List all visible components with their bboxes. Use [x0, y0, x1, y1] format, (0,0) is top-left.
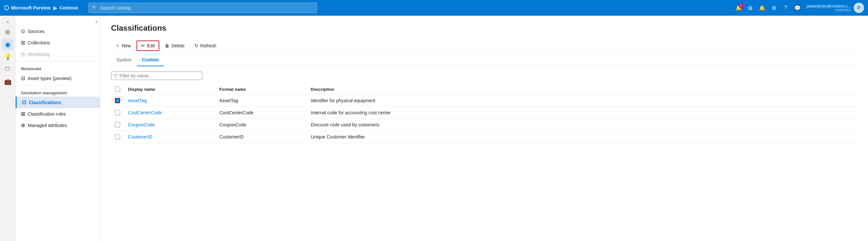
edit-button[interactable]: ✏ Edit — [136, 40, 159, 51]
sidebar-item-classification-rules[interactable]: ⊠ Classification rules — [16, 108, 100, 120]
brand-logo: ⬡ — [4, 4, 9, 11]
description-cell-3: Unique Customer Identifier — [307, 131, 858, 143]
topbar-icons: 🔔 7 ⊞ 🔔 ⚙ ? 💬 parkerjones@contoso.c... C… — [734, 3, 864, 13]
display-name-link-2[interactable]: CouponCode — [128, 122, 155, 127]
alerts-button[interactable]: 🔔 — [757, 3, 768, 13]
classifications-table: Display name Formal name Description Ass… — [111, 84, 858, 143]
display-name-link-1[interactable]: CostCenterCode — [128, 110, 162, 115]
sidebar-item-managed-attributes[interactable]: ⊕ Managed attributes — [16, 120, 100, 131]
description-cell-2: Discount code used by customers — [307, 119, 858, 131]
search-icon: 🔍 — [92, 5, 98, 10]
col-header-check — [111, 84, 124, 95]
sidebar-divider-1 — [16, 61, 100, 61]
description-cell-1: Internal code for accounting cost center — [307, 107, 858, 119]
sidebar-divider-2 — [16, 85, 100, 86]
notifications-button[interactable]: 🔔 7 — [734, 3, 744, 13]
formal-name-cell-3: CustomerID — [215, 131, 307, 143]
table-row: AssetTagAssetTagIdentifier for physical … — [111, 95, 858, 107]
delete-label: Delete — [172, 43, 184, 48]
search-input[interactable] — [100, 5, 313, 10]
filter-bar: ▽ — [111, 71, 858, 80]
filter-input-wrap[interactable]: ▽ — [111, 71, 203, 80]
brand-separator: ▶ — [53, 5, 57, 11]
sidebar-item-monitoring[interactable]: ◎ Monitoring — [16, 48, 100, 60]
col-header-desc: Description — [307, 84, 858, 95]
catalog-icon: ◉ — [5, 40, 10, 48]
sidebar-label-asset-types: Asset types (preview) — [28, 76, 71, 81]
sidebar-label-managed-attributes: Managed attributes — [28, 123, 67, 128]
sidebar-item-classifications[interactable]: ⊡ Classifications — [16, 97, 100, 108]
row-checkbox-1[interactable] — [115, 110, 120, 115]
sidebar: « ⊙ Sources ⊞ Collections ◎ Monitoring M… — [16, 16, 100, 241]
sidebar-section-metamodel: Metamodel — [16, 63, 100, 72]
description-cell-0: Identifier for physical equipment — [307, 95, 858, 107]
icon-rail: « ⊞ ◉ 💡 🛡 💼 — [0, 16, 16, 241]
table-header-row: Display name Formal name Description — [111, 84, 858, 95]
filter-icon: ▽ — [114, 73, 118, 79]
brand-name: Microsoft Purview — [11, 5, 51, 10]
rail-insights-button[interactable]: 💡 — [2, 51, 14, 63]
edit-icon: ✏ — [141, 43, 145, 48]
gear-icon: ⚙ — [772, 5, 776, 11]
sources-icon: ⊙ — [21, 28, 25, 34]
delete-icon: 🗑 — [165, 43, 169, 48]
refresh-icon: ↻ — [194, 43, 198, 48]
select-all-checkbox[interactable] — [115, 87, 120, 92]
row-checkbox-0[interactable] — [115, 98, 120, 103]
user-email: parkerjones@contoso.c... — [807, 4, 851, 8]
sidebar-collapse-button[interactable]: « — [16, 18, 100, 26]
sidebar-label-classification-rules: Classification rules — [28, 111, 66, 117]
row-checkbox-3[interactable] — [115, 134, 120, 140]
formal-name-cell-0: AssetTag — [215, 95, 307, 107]
help-button[interactable]: ? — [780, 3, 791, 13]
row-checkbox-2[interactable] — [115, 122, 120, 127]
feedback-button[interactable]: 💬 — [792, 3, 803, 13]
sidebar-section-annotation: Annotation management — [16, 87, 100, 97]
user-info: parkerjones@contoso.c... CONTOSO — [807, 4, 851, 12]
managed-attributes-icon: ⊕ — [21, 122, 25, 128]
topbar: ⬡ Microsoft Purview ▶ Contoso 🔍 🔔 7 ⊞ 🔔 … — [0, 0, 868, 16]
main-layout: « ⊞ ◉ 💡 🛡 💼 « ⊙ Sources ⊞ Collections ◎ … — [0, 16, 868, 241]
table-row: CostCenterCodeCostCenterCodeInternal cod… — [111, 107, 858, 119]
rail-catalog-button[interactable]: ◉ — [2, 38, 14, 50]
edit-label: Edit — [147, 43, 155, 48]
rail-home-button[interactable]: ⊞ — [2, 26, 14, 38]
display-name-link-0[interactable]: AssetTag — [128, 98, 147, 103]
classifications-icon: ⊡ — [22, 99, 26, 106]
toolbar: ＋ New ✏ Edit 🗑 Delete ↻ Refresh — [111, 38, 858, 54]
refresh-button[interactable]: ↻ Refresh — [190, 41, 221, 51]
user-menu[interactable]: parkerjones@contoso.c... CONTOSO P — [807, 3, 864, 13]
new-label: New — [122, 43, 131, 48]
col-header-formal: Formal name — [215, 84, 307, 95]
help-icon: ? — [784, 5, 787, 11]
formal-name-cell-1: CostCenterCode — [215, 107, 307, 119]
sidebar-label-monitoring: Monitoring — [28, 52, 49, 57]
search-bar[interactable]: 🔍 — [89, 3, 317, 13]
asset-types-icon: ⊟ — [21, 75, 25, 81]
brand[interactable]: ⬡ Microsoft Purview ▶ Contoso — [4, 4, 78, 11]
feedback-icon: 💬 — [794, 5, 801, 11]
tab-custom[interactable]: Custom — [137, 54, 164, 66]
sidebar-item-sources[interactable]: ⊙ Sources — [16, 26, 100, 37]
sidebar-item-asset-types[interactable]: ⊟ Asset types (preview) — [16, 72, 100, 84]
rail-expand-button[interactable]: « — [0, 18, 16, 26]
management-icon: 🛡 — [5, 66, 11, 73]
grid-icon: ⊞ — [748, 5, 752, 11]
sidebar-item-collections[interactable]: ⊞ Collections — [16, 37, 100, 48]
rail-management-button[interactable]: 🛡 — [2, 63, 14, 75]
tab-system[interactable]: System — [111, 54, 137, 66]
filter-input[interactable] — [120, 73, 199, 79]
rail-data-button[interactable]: 💼 — [2, 76, 14, 88]
grid-button[interactable]: ⊞ — [745, 3, 756, 13]
col-header-display: Display name — [124, 84, 215, 95]
new-button[interactable]: ＋ New — [111, 40, 135, 51]
home-icon: ⊞ — [5, 28, 10, 36]
page-title: Classifications — [111, 24, 858, 33]
avatar[interactable]: P — [854, 3, 864, 13]
notification-badge: 7 — [739, 3, 743, 8]
settings-button[interactable]: ⚙ — [769, 3, 779, 13]
refresh-label: Refresh — [200, 43, 216, 48]
collections-icon: ⊞ — [21, 39, 25, 46]
display-name-link-3[interactable]: CustomerID — [128, 134, 152, 140]
delete-button[interactable]: 🗑 Delete — [161, 41, 189, 51]
